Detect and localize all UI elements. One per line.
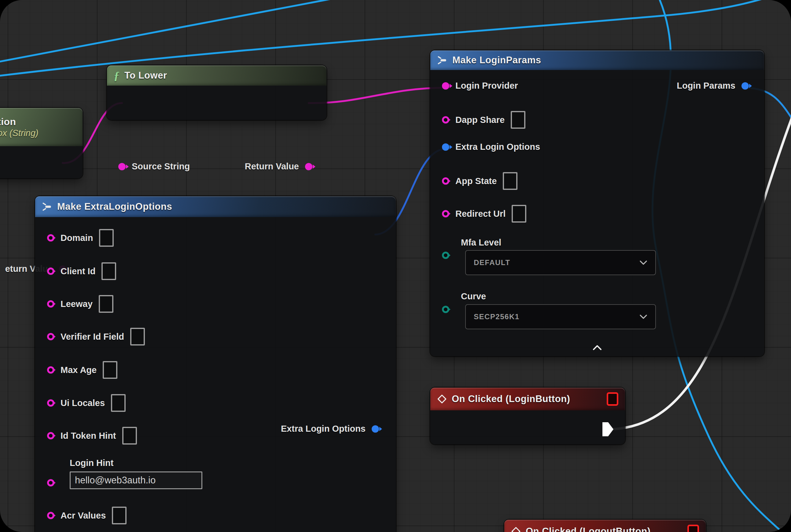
node-to-lower[interactable]: ƒ To Lower Source String Return Value (107, 65, 326, 120)
pin-row-dapp-share: Dapp Share (442, 111, 525, 129)
pin-label-acr-values: Acr Values (60, 511, 106, 521)
curve-label: Curve (461, 291, 486, 302)
make-struct-icon (42, 202, 52, 212)
pin-label-extra-login-options-out: Extra Login Options (281, 424, 366, 434)
pin-extra-login-options-in[interactable] (442, 144, 449, 151)
node-on-clicked-logoutbutton[interactable]: On Clicked (LogoutButton) (504, 520, 706, 532)
pin-row-acr-values: Acr Values (47, 507, 127, 524)
login-hint-value: hello@web3auth.io (75, 475, 156, 486)
node-to-lower-header[interactable]: ƒ To Lower (107, 65, 326, 86)
node-getter-header[interactable]: tion ox (String) (0, 108, 82, 146)
curve-value: SECP256K1 (474, 312, 520, 321)
function-icon: ƒ (114, 69, 119, 82)
pin-return-value[interactable] (305, 163, 312, 170)
pin-app-state[interactable] (442, 177, 449, 185)
pin-label-ui-locales: Ui Locales (60, 398, 105, 408)
pin-row-extra-login-options-out: Extra Login Options (281, 424, 379, 434)
pin-mfa-level[interactable] (442, 252, 449, 259)
login-hint-input[interactable]: hello@web3auth.io (70, 472, 202, 489)
pin-ui-locales[interactable] (47, 399, 54, 407)
checkbox-verifier-id-field[interactable] (130, 328, 145, 345)
wire-tolower-to-loginprovider[interactable] (309, 88, 446, 103)
wire-blue-top-1[interactable] (0, 0, 358, 63)
pin-label-max-age: Max Age (60, 365, 97, 375)
pin-row-verifier-id-field: Verifier Id Field (47, 328, 145, 345)
mfa-level-label: Mfa Level (461, 238, 501, 248)
checkbox-client-id[interactable] (101, 262, 116, 280)
pin-label-redirect-url: Redirect Url (456, 209, 505, 219)
pin-source-string[interactable] (118, 163, 126, 170)
event-diamond-icon (511, 527, 521, 532)
checkbox-max-age[interactable] (103, 361, 117, 379)
node-make-login-params[interactable]: Make LoginParams Login Params Login Prov… (430, 51, 764, 356)
pin-max-age[interactable] (47, 366, 54, 374)
pin-login-hint[interactable] (47, 479, 54, 487)
pin-row-return-value: Return Value (245, 162, 312, 172)
mfa-level-value: DEFAULT (474, 258, 510, 267)
checkbox-leeway[interactable] (99, 295, 113, 313)
chevron-down-icon (639, 260, 647, 265)
pin-row-id-token-hint: Id Token Hint (47, 427, 137, 444)
blueprint-graph-canvas[interactable]: tion ox (String) eturn Value ƒ To Lower … (0, 0, 791, 532)
login-hint-label: Login Hint (70, 458, 113, 468)
node-extra-title: Make ExtraLoginOptions (57, 201, 172, 212)
chevron-down-icon (639, 314, 647, 319)
node-onclicked-logout-header[interactable]: On Clicked (LogoutButton) (504, 520, 706, 532)
checkbox-dapp-share[interactable] (511, 111, 525, 129)
pin-label-app-state: App State (456, 176, 497, 186)
pin-id-token-hint[interactable] (47, 432, 54, 439)
node-getter-subtitle: ox (String) (0, 128, 39, 138)
pin-login-provider[interactable] (442, 82, 449, 90)
node-on-clicked-loginbutton[interactable]: On Clicked (LoginButton) (430, 388, 625, 444)
pin-extra-login-options-out[interactable] (372, 425, 379, 433)
pin-leeway[interactable] (47, 300, 54, 308)
chevron-up-icon (592, 345, 602, 351)
pin-row-app-state: App State (442, 172, 518, 190)
checkbox-id-token-hint[interactable] (122, 427, 137, 444)
pin-verifier-id-field[interactable] (47, 333, 54, 340)
node-make-extra-login-options[interactable]: Make ExtraLoginOptions Extra Login Optio… (35, 196, 396, 532)
pin-domain[interactable] (47, 234, 54, 242)
node-getter-title: tion (0, 116, 16, 128)
pin-client-id[interactable] (47, 268, 54, 275)
checkbox-redirect-url[interactable] (512, 205, 526, 223)
pin-row-ui-locales: Ui Locales (47, 394, 126, 412)
pin-acr-values[interactable] (47, 512, 54, 519)
pin-label-id-token-hint: Id Token Hint (60, 431, 116, 441)
checkbox-acr-values[interactable] (112, 507, 127, 524)
pin-label-login-params-out: Login Params (677, 81, 735, 91)
stop-event-badge[interactable] (607, 392, 618, 406)
pin-label-return-value: Return Value (245, 162, 299, 172)
pin-row-login-provider: Login Provider (442, 81, 518, 91)
pin-dapp-share[interactable] (442, 116, 449, 124)
pin-curve[interactable] (442, 306, 449, 313)
pin-row-login-params-out: Login Params (677, 81, 749, 91)
node-getter-partial[interactable]: tion ox (String) eturn Value (0, 108, 82, 178)
pin-row-leeway: Leeway (47, 295, 113, 313)
node-onclicked-login-header[interactable]: On Clicked (LoginButton) (430, 388, 625, 410)
node-loginparams-title: Make LoginParams (452, 55, 541, 66)
pin-label-client-id: Client Id (60, 266, 95, 277)
stop-event-badge[interactable] (688, 525, 699, 532)
node-extra-header[interactable]: Make ExtraLoginOptions (35, 196, 396, 217)
pin-redirect-url[interactable] (442, 210, 449, 217)
make-struct-icon (437, 55, 447, 65)
node-to-lower-title: To Lower (124, 70, 167, 81)
pin-row-extra-login-options-in: Extra Login Options (442, 142, 540, 152)
checkbox-app-state[interactable] (503, 172, 518, 190)
checkbox-domain[interactable] (99, 229, 114, 247)
exec-pin-out[interactable] (602, 422, 613, 436)
pin-label-verifier-id-field: Verifier Id Field (60, 332, 124, 342)
pin-login-params-out[interactable] (741, 82, 749, 90)
curve-dropdown[interactable]: SECP256K1 (465, 304, 656, 329)
collapse-node-button[interactable] (592, 345, 602, 352)
pin-label-source-string: Source String (132, 162, 190, 172)
pin-row-max-age: Max Age (47, 361, 117, 379)
node-loginparams-header[interactable]: Make LoginParams (430, 51, 764, 70)
node-onclicked-logout-title: On Clicked (LogoutButton) (526, 526, 651, 532)
pin-label-leeway: Leeway (60, 299, 93, 309)
pin-row-redirect-url: Redirect Url (442, 205, 526, 223)
event-diamond-icon (437, 394, 447, 404)
checkbox-ui-locales[interactable] (111, 394, 126, 412)
mfa-level-dropdown[interactable]: DEFAULT (465, 250, 656, 275)
